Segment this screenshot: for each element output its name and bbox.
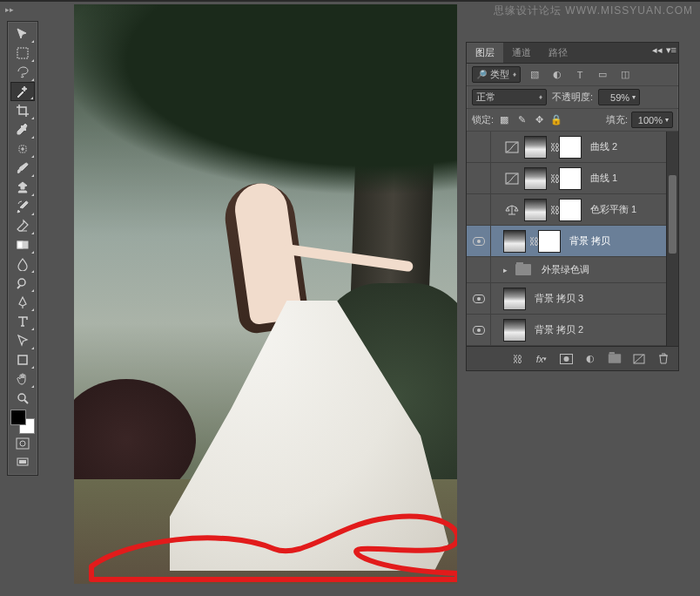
filter-shape-icon[interactable]: ▭ <box>594 67 611 83</box>
tab-channels[interactable]: 通道 <box>503 43 540 63</box>
pen-tool[interactable] <box>10 293 35 312</box>
layer-name[interactable]: 背景 拷贝 3 <box>535 292 583 305</box>
tab-layers[interactable]: 图层 <box>467 43 503 63</box>
layer-thumb[interactable] <box>503 230 526 253</box>
hand-tool[interactable] <box>10 369 35 389</box>
visibility-toggle[interactable] <box>467 226 491 256</box>
mask-link-icon[interactable]: ⛓ <box>529 236 538 247</box>
new-group-icon[interactable] <box>607 351 623 367</box>
dodge-tool[interactable] <box>10 274 35 293</box>
layers-scrollbar[interactable] <box>666 132 678 346</box>
svg-rect-7 <box>17 438 29 449</box>
layer-row[interactable]: 背景 拷贝 3 <box>467 283 678 315</box>
zoom-tool[interactable] <box>10 389 35 408</box>
layer-row[interactable]: ⛓曲线 2 <box>467 132 678 163</box>
layer-name[interactable]: 背景 拷贝 <box>569 234 610 247</box>
visibility-toggle[interactable] <box>467 132 491 162</box>
layer-thumb[interactable] <box>503 288 526 310</box>
filter-pixel-icon[interactable]: ▧ <box>526 67 543 83</box>
magic-wand-tool[interactable] <box>10 82 35 101</box>
color-swatch[interactable] <box>10 410 35 434</box>
layer-row[interactable]: 背景 拷贝 2 <box>467 315 678 346</box>
layer-name[interactable]: 曲线 1 <box>590 172 617 185</box>
document-canvas[interactable] <box>74 4 457 584</box>
visibility-toggle[interactable] <box>467 257 491 282</box>
svg-point-6 <box>18 394 25 401</box>
add-mask-icon[interactable] <box>558 351 574 367</box>
filter-type-icon[interactable]: T <box>571 67 589 83</box>
svg-point-8 <box>20 441 25 446</box>
lock-label: 锁定: <box>472 113 494 126</box>
tab-paths[interactable]: 路径 <box>540 43 576 63</box>
filter-adjust-icon[interactable]: ◐ <box>549 67 566 83</box>
mask-link-icon[interactable]: ⛓ <box>550 142 559 152</box>
layer-row[interactable]: ⛓背景 拷贝 <box>467 226 678 257</box>
mask-thumb[interactable] <box>559 167 582 190</box>
move-tool[interactable] <box>10 24 35 44</box>
layer-name[interactable]: 外景绿色调 <box>542 263 589 276</box>
blur-tool[interactable] <box>10 254 35 274</box>
opacity-input[interactable]: 59%▾ <box>598 89 640 105</box>
eye-icon <box>473 237 485 246</box>
curves-icon <box>503 139 521 155</box>
layers-panel: 图层 通道 路径 ◂◂ ▾≡ 🔎 类型 ♦ ▧ ◐ T ▭ ◫ 正常♦ 不透明度… <box>466 42 679 371</box>
visibility-toggle[interactable] <box>467 315 491 345</box>
lock-position-icon[interactable]: ✥ <box>532 113 546 127</box>
mask-thumb[interactable] <box>538 230 561 253</box>
mask-thumb[interactable] <box>559 136 582 159</box>
layer-row[interactable]: ▸外景绿色调 <box>467 257 678 283</box>
lock-all-icon[interactable]: 🔒 <box>549 113 563 127</box>
eyedropper-tool[interactable] <box>10 120 35 139</box>
visibility-toggle[interactable] <box>467 283 491 314</box>
opacity-label: 不透明度: <box>552 91 593 104</box>
lock-paint-icon[interactable]: ✎ <box>515 113 528 127</box>
lock-transparent-icon[interactable]: ▩ <box>497 113 511 127</box>
filter-smart-icon[interactable]: ◫ <box>616 67 634 83</box>
new-adjustment-icon[interactable]: ◐ <box>582 351 598 367</box>
brush-tool[interactable] <box>10 159 35 178</box>
layer-name[interactable]: 背景 拷贝 2 <box>535 323 583 336</box>
adjustment-thumb <box>524 167 547 190</box>
link-layers-icon[interactable]: ⛓ <box>509 351 525 367</box>
svg-point-4 <box>18 279 25 286</box>
layer-list: ⛓曲线 2⛓曲线 1⛓色彩平衡 1⛓背景 拷贝▸外景绿色调背景 拷贝 3背景 拷… <box>467 132 678 346</box>
toolbar-tab-strip: ▸▸ <box>0 0 17 19</box>
blend-mode-select[interactable]: 正常♦ <box>472 89 547 105</box>
layer-row[interactable]: ⛓色彩平衡 1 <box>467 194 678 226</box>
layers-panel-footer: ⛓ fx▾ ◐ <box>467 346 678 370</box>
visibility-toggle[interactable] <box>467 163 491 193</box>
layer-filter-kind[interactable]: 🔎 类型 ♦ <box>472 66 521 83</box>
mask-link-icon[interactable]: ⛓ <box>550 205 559 215</box>
group-disclosure-icon[interactable]: ▸ <box>503 266 514 274</box>
photo-content <box>74 4 457 584</box>
layer-row[interactable]: ⛓曲线 1 <box>467 163 678 194</box>
marquee-tool[interactable] <box>10 44 35 63</box>
path-selection-tool[interactable] <box>10 331 35 350</box>
gradient-tool[interactable] <box>10 235 35 254</box>
svg-rect-10 <box>19 460 26 464</box>
clone-stamp-tool[interactable] <box>10 178 35 197</box>
quickmask-toggle[interactable] <box>10 434 35 453</box>
healing-brush-tool[interactable] <box>10 139 35 159</box>
mask-thumb[interactable] <box>559 199 582 221</box>
shape-tool[interactable] <box>10 350 35 369</box>
toolbar-collapse-chevrons-icon[interactable]: ▸▸ <box>5 5 14 14</box>
layer-fx-icon[interactable]: fx▾ <box>534 351 549 367</box>
layer-name[interactable]: 曲线 2 <box>590 140 617 153</box>
layer-thumb[interactable] <box>503 319 526 342</box>
eraser-tool[interactable] <box>10 216 35 235</box>
panel-menu-icon[interactable]: ▾≡ <box>666 44 676 56</box>
delete-layer-icon[interactable] <box>656 351 671 367</box>
history-brush-tool[interactable] <box>10 197 35 216</box>
layer-name[interactable]: 色彩平衡 1 <box>590 203 636 216</box>
screenmode-toggle[interactable] <box>10 453 35 472</box>
crop-tool[interactable] <box>10 101 35 120</box>
fill-input[interactable]: 100%▾ <box>631 112 673 128</box>
lasso-tool[interactable] <box>10 63 35 82</box>
type-tool[interactable] <box>10 312 35 331</box>
balance-icon <box>503 202 521 218</box>
panel-collapse-icon[interactable]: ◂◂ <box>652 44 663 56</box>
new-layer-icon[interactable] <box>631 351 647 367</box>
visibility-toggle[interactable] <box>467 194 491 225</box>
mask-link-icon[interactable]: ⛓ <box>550 173 559 184</box>
